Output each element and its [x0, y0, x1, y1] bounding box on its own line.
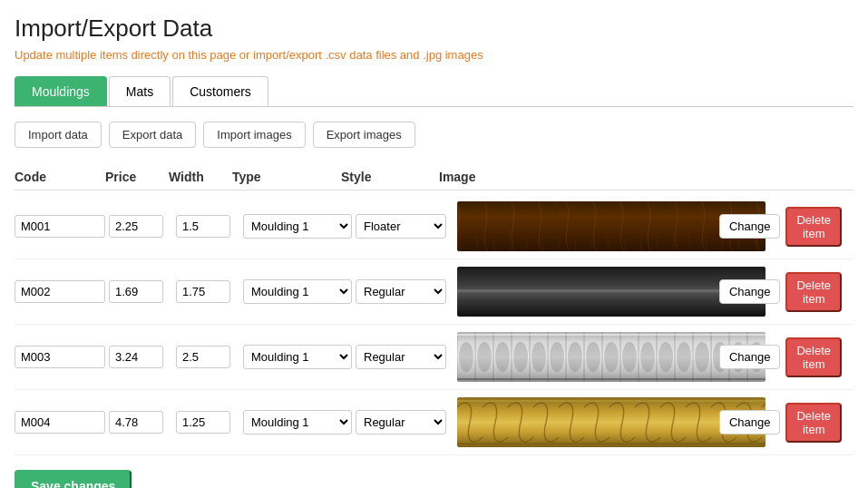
image-cell-M002	[450, 267, 766, 317]
tab-mouldings[interactable]: Mouldings	[15, 76, 107, 106]
type-select-M004[interactable]: Moulding 1Moulding 2Moulding 3	[243, 410, 352, 434]
code-input-M003[interactable]	[15, 346, 105, 368]
change-button-M004[interactable]: Change	[719, 410, 781, 434]
header-width: Width	[169, 170, 232, 184]
price-input-M001[interactable]	[109, 215, 163, 238]
tab-mats[interactable]: Mats	[109, 76, 171, 106]
width-input-M004[interactable]	[176, 411, 230, 434]
table-row: Moulding 1Moulding 2Moulding 3FloaterReg…	[15, 194, 853, 259]
delete-button-M003[interactable]: Delete item	[785, 337, 842, 377]
row-actions-M001: ChangeDelete item	[769, 207, 842, 247]
width-input-M003[interactable]	[176, 346, 230, 368]
type-select-M002[interactable]: Moulding 1Moulding 2Moulding 3	[243, 279, 352, 304]
style-select-M001[interactable]: FloaterRegularShadow	[356, 214, 446, 239]
table-header: Code Price Width Type Style Image	[15, 164, 853, 190]
header-style: Style	[341, 170, 432, 184]
page-subtitle: Update multiple items directly on this p…	[15, 48, 853, 62]
style-select-M004[interactable]: FloaterRegularShadow	[356, 410, 446, 434]
save-changes-button[interactable]: Save changes	[15, 470, 132, 488]
image-cell-M004	[450, 397, 766, 447]
price-input-M002[interactable]	[109, 280, 163, 303]
row-actions-M004: ChangeDelete item	[769, 403, 842, 443]
table-row: Moulding 1Moulding 2Moulding 3FloaterReg…	[15, 259, 853, 325]
price-input-M004[interactable]	[109, 411, 163, 434]
tab-customers[interactable]: Customers	[172, 76, 268, 106]
image-cell-M001	[450, 201, 766, 251]
type-select-M003[interactable]: Moulding 1Moulding 2Moulding 3	[243, 345, 352, 369]
width-input-M002[interactable]	[176, 280, 230, 303]
price-input-M003[interactable]	[109, 346, 163, 368]
export-images-button[interactable]: Export images	[313, 122, 415, 148]
toolbar: Import data Export data Import images Ex…	[15, 122, 853, 148]
delete-button-M001[interactable]: Delete item	[785, 207, 842, 247]
data-table: Code Price Width Type Style Image Mouldi…	[15, 164, 853, 455]
header-type: Type	[232, 170, 341, 184]
delete-button-M004[interactable]: Delete item	[785, 403, 842, 443]
change-button-M001[interactable]: Change	[719, 214, 781, 239]
image-cell-M003	[450, 332, 766, 382]
change-button-M003[interactable]: Change	[719, 345, 781, 369]
code-input-M002[interactable]	[15, 280, 105, 303]
import-images-button[interactable]: Import images	[203, 122, 305, 148]
table-row: Moulding 1Moulding 2Moulding 3FloaterReg…	[15, 390, 853, 455]
header-price: Price	[105, 170, 169, 184]
change-button-M002[interactable]: Change	[719, 279, 781, 304]
import-data-button[interactable]: Import data	[15, 122, 102, 148]
header-code: Code	[15, 170, 105, 184]
style-select-M002[interactable]: FloaterRegularShadow	[356, 279, 446, 304]
style-select-M003[interactable]: FloaterRegularShadow	[356, 345, 446, 369]
row-actions-M002: ChangeDelete item	[769, 272, 842, 312]
code-input-M001[interactable]	[15, 215, 105, 238]
table-body: Moulding 1Moulding 2Moulding 3FloaterReg…	[15, 194, 853, 455]
row-actions-M003: ChangeDelete item	[769, 337, 842, 377]
type-select-M001[interactable]: Moulding 1Moulding 2Moulding 3	[243, 214, 352, 239]
export-data-button[interactable]: Export data	[109, 122, 197, 148]
tab-bar: Mouldings Mats Customers	[15, 76, 853, 107]
delete-button-M002[interactable]: Delete item	[785, 272, 842, 312]
table-row: Moulding 1Moulding 2Moulding 3FloaterReg…	[15, 325, 853, 390]
code-input-M004[interactable]	[15, 411, 105, 434]
header-image: Image	[432, 170, 699, 184]
width-input-M001[interactable]	[176, 215, 230, 238]
page-title: Import/Export Data	[15, 15, 853, 43]
